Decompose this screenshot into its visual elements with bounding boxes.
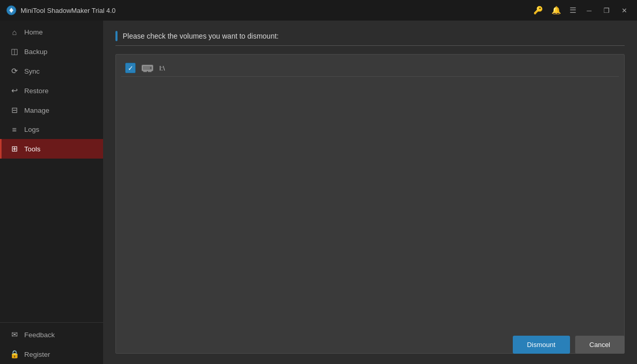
close-button[interactable]: ✕ xyxy=(617,4,631,17)
sidebar-item-label-restore: Restore xyxy=(24,87,48,95)
volume-checkbox-container[interactable]: ✓ xyxy=(125,63,136,73)
restore-icon: ↩ xyxy=(10,86,19,95)
home-icon: ⌂ xyxy=(10,28,19,37)
maximize-button[interactable]: ❐ xyxy=(600,4,613,17)
drive-icon xyxy=(141,63,154,73)
sidebar-item-manage[interactable]: ⊟ Manage xyxy=(0,100,103,120)
sidebar-item-label-tools: Tools xyxy=(24,145,41,153)
titlebar: MiniTool ShadowMaker Trial 4.0 🔑 🔔 ☰ ─ ❐… xyxy=(0,0,637,21)
register-icon: 🔒 xyxy=(10,350,19,359)
sidebar-item-feedback[interactable]: ✉ Feedback xyxy=(0,325,103,344)
section-header-title: Please check the volumes you want to dis… xyxy=(123,32,279,40)
sidebar-item-label-sync: Sync xyxy=(24,67,40,75)
volume-checkbox[interactable]: ✓ xyxy=(125,63,136,73)
sidebar-item-label-register: Register xyxy=(24,351,50,358)
window-controls: 🔑 🔔 ☰ ─ ❐ ✕ xyxy=(531,4,631,17)
sidebar-item-logs[interactable]: ≡ Logs xyxy=(0,120,103,139)
bell-icon[interactable]: 🔔 xyxy=(549,5,563,16)
sidebar-item-label-backup: Backup xyxy=(24,48,47,56)
volume-row: ✓ I:\ xyxy=(121,60,619,77)
logs-icon: ≡ xyxy=(10,125,19,134)
tools-icon: ⊞ xyxy=(10,144,19,153)
sidebar-item-backup[interactable]: ◫ Backup xyxy=(0,42,103,61)
svg-rect-5 xyxy=(143,71,147,72)
app-logo xyxy=(6,5,16,15)
cancel-button[interactable]: Cancel xyxy=(575,336,625,354)
sidebar-item-label-feedback: Feedback xyxy=(24,331,55,339)
sidebar-item-tools[interactable]: ⊞ Tools xyxy=(0,139,103,159)
footer-buttons: Dismount Cancel xyxy=(513,336,625,354)
sidebar-item-label-logs: Logs xyxy=(24,126,39,133)
header-accent-bar xyxy=(115,31,118,41)
sidebar-bottom: ✉ Feedback 🔒 Register xyxy=(0,322,103,364)
app-title: MiniTool ShadowMaker Trial 4.0 xyxy=(21,7,531,14)
svg-rect-6 xyxy=(148,71,152,72)
minimize-button[interactable]: ─ xyxy=(582,4,596,17)
section-header: Please check the volumes you want to dis… xyxy=(115,31,625,46)
volume-list-area: ✓ I:\ xyxy=(115,54,625,354)
sidebar-item-register[interactable]: 🔒 Register xyxy=(0,344,103,364)
manage-icon: ⊟ xyxy=(10,106,19,115)
sidebar-item-home[interactable]: ⌂ Home xyxy=(0,23,103,42)
volume-label: I:\ xyxy=(159,64,165,72)
backup-icon: ◫ xyxy=(10,47,19,56)
key-icon[interactable]: 🔑 xyxy=(531,5,545,16)
main-content: Please check the volumes you want to dis… xyxy=(103,21,637,364)
menu-icon[interactable]: ☰ xyxy=(567,5,578,16)
sidebar-item-restore[interactable]: ↩ Restore xyxy=(0,81,103,100)
app-body: ⌂ Home ◫ Backup ⟳ Sync ↩ Restore ⊟ Manag… xyxy=(0,21,637,364)
sidebar-item-label-manage: Manage xyxy=(24,107,49,114)
sidebar: ⌂ Home ◫ Backup ⟳ Sync ↩ Restore ⊟ Manag… xyxy=(0,21,103,364)
sync-icon: ⟳ xyxy=(10,66,19,76)
feedback-icon: ✉ xyxy=(10,330,19,339)
sidebar-item-label-home: Home xyxy=(24,28,43,36)
sidebar-item-sync[interactable]: ⟳ Sync xyxy=(0,61,103,81)
svg-rect-4 xyxy=(150,67,152,69)
dismount-button[interactable]: Dismount xyxy=(513,336,570,354)
